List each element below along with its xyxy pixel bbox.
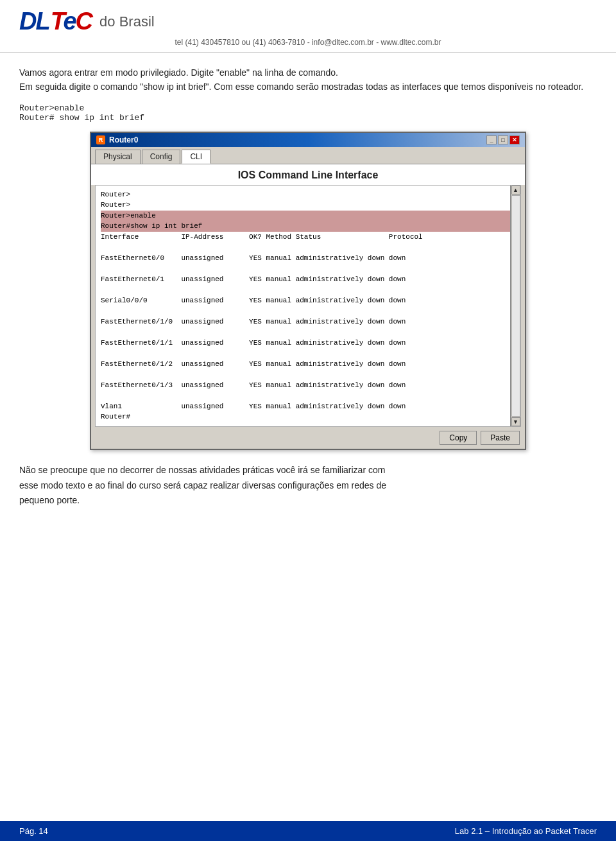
copy-button[interactable]: Copy	[440, 431, 477, 445]
sim-actions: Copy Paste	[91, 427, 525, 449]
tab-physical[interactable]: Physical	[95, 150, 141, 164]
cli-line-blank	[101, 390, 515, 401]
scroll-down-button[interactable]: ▼	[511, 417, 520, 426]
page-number: Pág. 14	[19, 826, 48, 836]
cli-line-enable: Router>enable	[101, 211, 515, 221]
cli-line: FastEthernet0/1/3 unassigned YES manual …	[101, 380, 515, 391]
cli-line-blank	[101, 369, 515, 380]
sim-tabs: Physical Config CLI	[91, 147, 525, 164]
cli-line: Vlan1 unassigned YES manual administrati…	[101, 401, 515, 412]
logo-dl: DL	[19, 8, 49, 35]
cli-line: Serial0/0/0 unassigned YES manual admini…	[101, 295, 515, 306]
close-button[interactable]: ✕	[509, 135, 520, 144]
sim-controls[interactable]: _ □ ✕	[486, 135, 520, 144]
command-text: Router>enable Router# show ip int brief	[19, 103, 597, 123]
sim-titlebar-left: R Router0	[96, 135, 138, 144]
cli-line-header: Interface IP-Address OK? Method Status P…	[101, 232, 515, 243]
simulator-window: R Router0 _ □ ✕ Physical Config CLI IOS …	[90, 132, 526, 450]
cli-line: FastEthernet0/1/0 unassigned YES manual …	[101, 316, 515, 327]
sim-title: Router0	[109, 135, 138, 144]
cli-line-blank	[101, 263, 515, 274]
cli-line-blank	[101, 327, 515, 338]
cli-line-prompt: Router#	[101, 412, 515, 422]
cli-line: FastEthernet0/1 unassigned YES manual ad…	[101, 274, 515, 285]
sim-titlebar: R Router0 _ □ ✕	[91, 133, 525, 147]
cli-output[interactable]: Router> Router> Router>enable Router#sho…	[96, 186, 520, 426]
cli-header: IOS Command Line Interface	[91, 164, 525, 185]
cli-line: FastEthernet0/1/2 unassigned YES manual …	[101, 359, 515, 370]
tab-config[interactable]: Config	[142, 150, 181, 164]
maximize-button[interactable]: □	[498, 135, 508, 144]
minimize-button[interactable]: _	[486, 135, 497, 144]
contact-bar: tel (41) 430457810 ou (41) 4063-7810 - i…	[0, 35, 616, 53]
intro-text: Vamos agora entrar em modo privilegiado.…	[19, 65, 597, 94]
main-content: Vamos agora entrar em modo privilegiado.…	[0, 59, 616, 515]
logo-tec: TeC	[51, 8, 92, 35]
cli-line-show: Router#show ip int brief	[101, 221, 515, 232]
scroll-up-button[interactable]: ▲	[511, 186, 520, 195]
tab-cli[interactable]: CLI	[182, 150, 210, 164]
header: DLTeC do Brasil	[0, 0, 616, 35]
cli-body: Router> Router> Router>enable Router#sho…	[95, 185, 521, 427]
router-icon: R	[96, 135, 105, 144]
scrollbar[interactable]: ▲ ▼	[510, 186, 520, 426]
cli-line: FastEthernet0/0 unassigned YES manual ad…	[101, 253, 515, 264]
cli-line: FastEthernet0/1/1 unassigned YES manual …	[101, 338, 515, 349]
course-title: Lab 2.1 – Introdução ao Packet Tracer	[455, 826, 597, 836]
footer-text: Não se preocupe que no decorrer de nossa…	[19, 463, 597, 508]
page-footer: Pág. 14 Lab 2.1 – Introdução ao Packet T…	[0, 821, 616, 841]
logo-brasil: do Brasil	[99, 13, 155, 30]
scroll-track[interactable]	[511, 195, 520, 417]
cli-line-blank	[101, 306, 515, 316]
cli-line-blank	[101, 284, 515, 295]
cli-line-blank	[101, 348, 515, 359]
cli-line-blank	[101, 242, 515, 253]
cli-line: Router>	[101, 189, 515, 200]
cli-line: Router>	[101, 200, 515, 211]
logo-area: DLTeC do Brasil	[19, 8, 155, 35]
paste-button[interactable]: Paste	[481, 431, 520, 445]
